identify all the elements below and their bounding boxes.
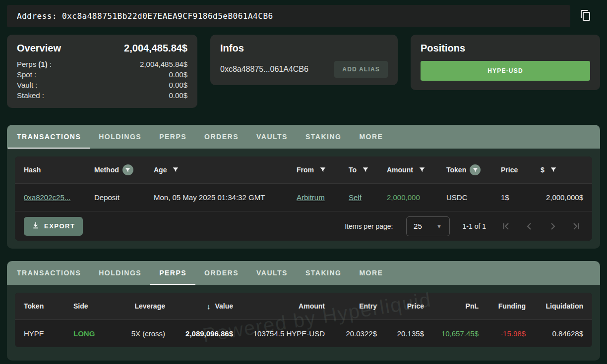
- tab-holdings-2[interactable]: HOLDINGS: [90, 261, 150, 285]
- overview-row-spot: Spot : 0.00$: [17, 69, 187, 80]
- tab-holdings[interactable]: HOLDINGS: [90, 125, 150, 149]
- overview-total-value: 2,004,485.84$: [124, 43, 187, 54]
- perps-table-header: Token Side Leverage ↓ Value Amount Entry…: [15, 293, 592, 319]
- tab-more[interactable]: MORE: [350, 125, 392, 149]
- infos-title: Infos: [220, 43, 388, 54]
- position-value: 2,089,096.86$: [165, 329, 233, 338]
- address-bar: Address: 0xc8a488751Bb22d0E7EAEA9CF9186d…: [7, 5, 570, 27]
- infos-card: Infos 0xc8a48875...061A4CB6 ADD ALIAS: [210, 35, 398, 85]
- tx-to-link[interactable]: Self: [349, 193, 362, 202]
- position-price: 20.135$: [377, 329, 424, 338]
- tx-method: Deposit: [94, 193, 154, 202]
- transactions-table-footer: EXPORT Items per page: 25 ▼ 1-1 of 1: [15, 211, 592, 241]
- position-liquidation: 0.84628$: [526, 329, 583, 338]
- overview-row-staked: Staked : 0.00$: [17, 90, 187, 101]
- tx-hash-link[interactable]: 0xa8202c25...: [24, 193, 70, 202]
- position-token: HYPE: [24, 329, 73, 338]
- tx-usd-value: 2,000,000$: [541, 193, 583, 202]
- address-value: 0xc8a488751Bb22d0E7EAEA9CF9186d5eB061A4C…: [62, 11, 273, 21]
- perps-position-row: HYPE LONG 5X (cross) 2,089,096.86$ 10375…: [15, 319, 592, 347]
- copy-icon: [580, 9, 592, 23]
- position-amount: 103754.5 HYPE-USD: [233, 329, 325, 338]
- amount-filter-icon[interactable]: [417, 164, 427, 175]
- add-alias-button[interactable]: ADD ALIAS: [334, 61, 388, 78]
- transactions-section: TRANSACTIONS HOLDINGS PERPS ORDERS VAULT…: [7, 125, 600, 249]
- export-button[interactable]: EXPORT: [24, 217, 83, 236]
- position-entry: 20.0322$: [325, 329, 377, 338]
- transactions-table-header: Hash Method Age From To Amount Token Pri…: [15, 156, 592, 183]
- tab-staking-2[interactable]: STAKING: [297, 261, 350, 285]
- transactions-tabbar: TRANSACTIONS HOLDINGS PERPS ORDERS VAULT…: [7, 125, 600, 149]
- copy-address-button[interactable]: [577, 8, 594, 25]
- pagination: Items per page: 25 ▼ 1-1 of 1: [345, 216, 583, 236]
- transaction-row: 0xa8202c25... Deposit Mon, 05 May 2025 0…: [15, 183, 592, 211]
- download-icon: [32, 221, 40, 231]
- tab-perps[interactable]: PERPS: [150, 125, 195, 149]
- transactions-table: Hash Method Age From To Amount Token Pri…: [15, 156, 592, 241]
- previous-page-icon[interactable]: [523, 220, 536, 233]
- spot-value: 0.00$: [169, 69, 187, 80]
- tab-more-2[interactable]: MORE: [350, 261, 392, 285]
- next-page-icon[interactable]: [546, 220, 559, 233]
- tab-vaults-2[interactable]: VAULTS: [247, 261, 297, 285]
- from-filter-icon[interactable]: [317, 164, 328, 175]
- position-pnl: 10,657.45$: [424, 329, 479, 338]
- overview-card: Overview 2,004,485.84$ Perps (1) : 2,004…: [7, 35, 197, 108]
- overview-title: Overview: [17, 43, 61, 54]
- tx-token: USDC: [446, 193, 501, 202]
- items-per-page-label: Items per page:: [345, 222, 393, 230]
- page-range-label: 1-1 of 1: [463, 222, 486, 230]
- positions-card: Positions HYPE-USD: [411, 35, 600, 90]
- method-filter-icon[interactable]: [122, 164, 133, 175]
- tab-orders-2[interactable]: ORDERS: [195, 261, 247, 285]
- last-page-icon[interactable]: [570, 220, 583, 233]
- staked-value: 0.00$: [169, 90, 187, 101]
- to-filter-icon[interactable]: [360, 164, 371, 175]
- perps-value: 2,004,485.84$: [140, 59, 187, 69]
- position-side: LONG: [73, 329, 123, 338]
- sort-by-value-header[interactable]: ↓ Value: [165, 302, 233, 311]
- sort-descending-icon: ↓: [207, 302, 211, 311]
- tx-amount: 2,000,000: [387, 193, 446, 202]
- tab-transactions[interactable]: TRANSACTIONS: [8, 125, 90, 149]
- address-label: Address:: [17, 11, 57, 21]
- page-size-select[interactable]: 25 ▼: [406, 216, 450, 236]
- position-hype-usd-button[interactable]: HYPE-USD: [421, 61, 590, 81]
- perps-section: TRANSACTIONS HOLDINGS PERPS ORDERS VAULT…: [7, 261, 600, 361]
- usd-filter-icon[interactable]: [548, 164, 559, 175]
- tx-price: 1$: [501, 193, 541, 202]
- chevron-down-icon: ▼: [436, 223, 442, 229]
- tab-vaults[interactable]: VAULTS: [247, 125, 297, 149]
- tx-age: Mon, 05 May 2025 01:34:32 GMT: [154, 193, 297, 202]
- position-leverage: 5X (cross): [123, 329, 165, 338]
- tx-from-link[interactable]: Arbitrum: [297, 193, 325, 202]
- first-page-icon[interactable]: [499, 220, 512, 233]
- positions-title: Positions: [421, 43, 590, 54]
- perps-tabbar: TRANSACTIONS HOLDINGS PERPS ORDERS VAULT…: [7, 261, 600, 285]
- tab-perps-2[interactable]: PERPS: [150, 261, 195, 285]
- token-filter-icon[interactable]: [470, 164, 481, 175]
- vault-value: 0.00$: [169, 80, 187, 90]
- age-filter-icon[interactable]: [170, 164, 181, 175]
- overview-row-vault: Vault : 0.00$: [17, 80, 187, 90]
- short-address: 0xc8a48875...061A4CB6: [220, 65, 308, 74]
- perps-table: Token Side Leverage ↓ Value Amount Entry…: [15, 293, 592, 347]
- tab-orders[interactable]: ORDERS: [195, 125, 247, 149]
- tab-transactions-2[interactable]: TRANSACTIONS: [8, 261, 90, 285]
- overview-row-perps: Perps (1) : 2,004,485.84$: [17, 59, 187, 69]
- tab-staking[interactable]: STAKING: [297, 125, 350, 149]
- position-funding: -15.98$: [479, 329, 526, 338]
